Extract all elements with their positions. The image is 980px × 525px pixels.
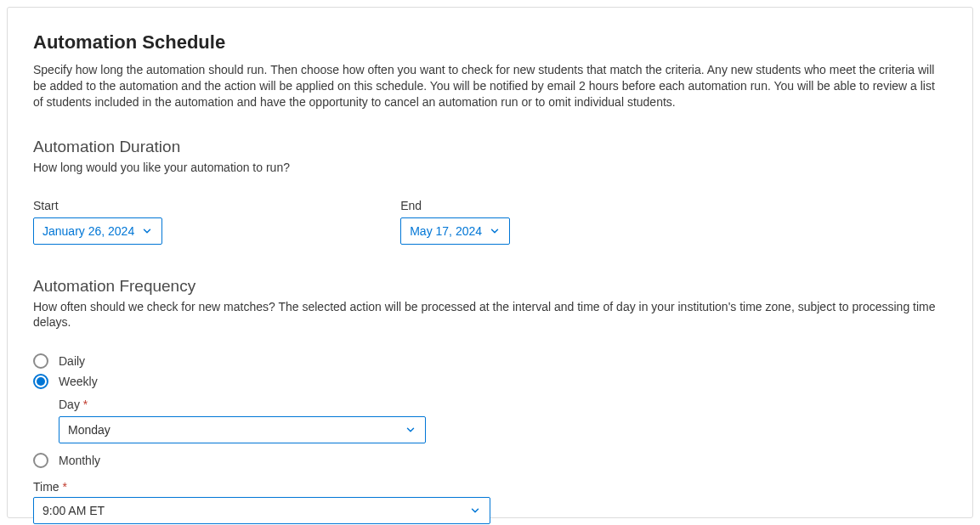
radio-option-weekly[interactable]: Weekly bbox=[33, 374, 947, 389]
start-date-picker[interactable]: January 26, 2024 bbox=[33, 217, 162, 245]
start-field-group: Start January 26, 2024 bbox=[33, 199, 162, 245]
automation-schedule-panel: Automation Schedule Specify how long the… bbox=[7, 7, 973, 518]
start-date-value: January 26, 2024 bbox=[42, 224, 134, 238]
radio-label-weekly: Weekly bbox=[59, 375, 98, 388]
duration-title: Automation Duration bbox=[33, 138, 947, 156]
end-date-picker[interactable]: May 17, 2024 bbox=[400, 217, 510, 245]
time-label: Time * bbox=[33, 480, 947, 494]
end-field-group: End May 17, 2024 bbox=[400, 199, 510, 245]
radio-option-monthly[interactable]: Monthly bbox=[33, 453, 947, 468]
radio-label-monthly: Monthly bbox=[59, 454, 100, 467]
day-select-value: Monday bbox=[68, 423, 110, 437]
chevron-down-icon bbox=[489, 225, 501, 237]
radio-icon-selected bbox=[33, 374, 48, 389]
chevron-down-icon bbox=[405, 424, 416, 436]
page-title: Automation Schedule bbox=[33, 31, 947, 54]
radio-label-daily: Daily bbox=[59, 354, 85, 368]
page-description: Specify how long the automation should r… bbox=[33, 62, 947, 110]
duration-row: Start January 26, 2024 End May 17, 2024 bbox=[33, 199, 947, 245]
duration-description: How long would you like your automation … bbox=[33, 160, 947, 175]
required-marker: * bbox=[83, 398, 88, 411]
end-date-value: May 17, 2024 bbox=[410, 224, 482, 238]
start-label: Start bbox=[33, 199, 162, 212]
day-select[interactable]: Monday bbox=[59, 416, 426, 443]
radio-icon bbox=[33, 353, 48, 369]
chevron-down-icon bbox=[469, 505, 481, 517]
weekly-day-group: Day * Monday bbox=[59, 398, 947, 443]
frequency-title: Automation Frequency bbox=[33, 277, 947, 296]
radio-option-daily[interactable]: Daily bbox=[33, 353, 947, 369]
end-label: End bbox=[400, 199, 510, 212]
frequency-description: How often should we check for new matche… bbox=[33, 299, 947, 330]
time-group: Time * 9:00 AM ET bbox=[33, 480, 947, 524]
radio-icon bbox=[33, 453, 48, 468]
day-label: Day * bbox=[59, 398, 947, 411]
chevron-down-icon bbox=[141, 225, 153, 237]
required-marker: * bbox=[62, 480, 66, 494]
time-select[interactable]: 9:00 AM ET bbox=[33, 497, 490, 524]
time-select-value: 9:00 AM ET bbox=[42, 504, 105, 517]
frequency-options: Daily Weekly Day * Monday Monthly bbox=[33, 353, 947, 468]
